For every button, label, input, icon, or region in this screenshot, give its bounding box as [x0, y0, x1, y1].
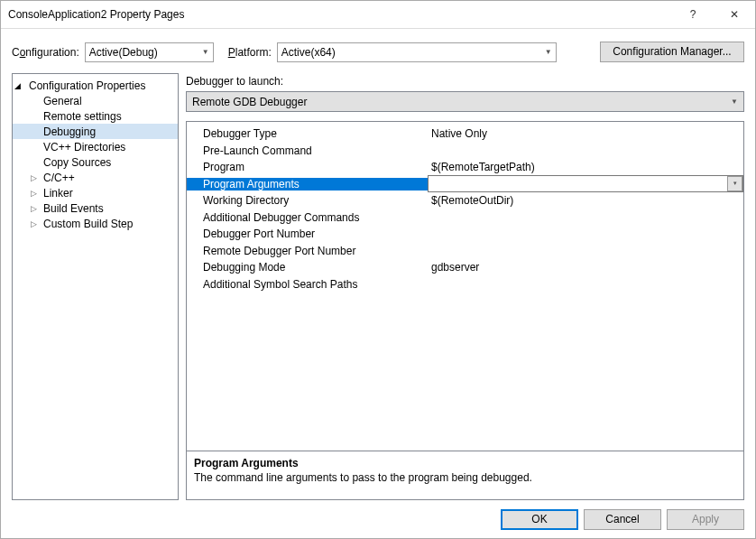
- dialog-footer: OK Cancel Apply: [1, 500, 755, 539]
- tree-item-custom-build-step[interactable]: ▷Custom Build Step: [13, 216, 178, 231]
- property-name: Working Directory: [187, 194, 428, 207]
- platform-combo[interactable]: Active(x64) ▼: [277, 42, 557, 62]
- property-value[interactable]: Native Only: [428, 127, 743, 140]
- property-name: Program Arguments: [187, 178, 428, 191]
- property-row[interactable]: Program Arguments▾: [187, 176, 743, 193]
- property-row[interactable]: Program$(RemoteTargetPath): [187, 159, 743, 176]
- tree-item-copy-sources[interactable]: Copy Sources: [13, 154, 178, 170]
- help-button[interactable]: ?: [672, 1, 714, 28]
- tree-item-build-events[interactable]: ▷Build Events: [13, 200, 178, 216]
- category-tree[interactable]: ◢ Configuration Properties GeneralRemote…: [12, 73, 179, 500]
- tree-item-label: C/C++: [43, 172, 75, 184]
- platform-label: Platform:: [228, 46, 272, 59]
- property-name: Pre-Launch Command: [187, 144, 428, 157]
- tree-item-debugging[interactable]: Debugging: [13, 124, 178, 139]
- tree-item-label: General: [43, 95, 82, 107]
- debugger-launch-combo[interactable]: Remote GDB Debugger ▼: [186, 91, 744, 112]
- tree-item-label: Debugging: [43, 125, 96, 138]
- configuration-value: Active(Debug): [89, 46, 158, 59]
- debugger-launch-label: Debugger to launch:: [186, 73, 744, 91]
- tree-item-label: Copy Sources: [43, 156, 111, 169]
- property-row[interactable]: Additional Debugger Commands: [187, 209, 743, 227]
- property-name: Program: [187, 161, 428, 173]
- property-row[interactable]: Additional Symbol Search Paths: [187, 276, 743, 293]
- tree-root[interactable]: ◢ Configuration Properties: [13, 78, 178, 93]
- property-row[interactable]: Working Directory$(RemoteOutDir): [187, 192, 743, 209]
- configuration-combo[interactable]: Active(Debug) ▼: [85, 42, 214, 62]
- apply-button: Apply: [667, 509, 744, 530]
- chevron-down-icon: ▼: [545, 48, 552, 56]
- property-name: Debugging Mode: [187, 261, 428, 274]
- property-name: Additional Symbol Search Paths: [187, 278, 428, 291]
- property-row[interactable]: Remote Debugger Port Number: [187, 243, 743, 260]
- property-dropdown-icon[interactable]: ▾: [727, 176, 742, 191]
- debugger-launch-value: Remote GDB Debugger: [192, 96, 307, 108]
- property-row[interactable]: Debugging Modegdbserver: [187, 259, 743, 276]
- tree-item-label: Build Events: [43, 202, 104, 215]
- chevron-down-icon: ▼: [202, 48, 209, 56]
- property-row[interactable]: Pre-Launch Command: [187, 143, 743, 160]
- property-name: Debugger Port Number: [187, 228, 428, 240]
- window-title: ConsoleApplication2 Property Pages: [8, 8, 672, 21]
- platform-value: Active(x64): [281, 46, 336, 59]
- description-panel: Program Arguments The command line argum…: [186, 451, 744, 500]
- tree-expand-icon[interactable]: ▷: [31, 219, 41, 228]
- property-name: Remote Debugger Port Number: [187, 245, 428, 257]
- tree-item-label: Linker: [43, 187, 73, 200]
- tree-item-c-c-[interactable]: ▷C/C++: [13, 170, 178, 185]
- property-row[interactable]: Debugger TypeNative Only: [187, 125, 743, 143]
- titlebar: ConsoleApplication2 Property Pages ? ✕: [1, 1, 755, 29]
- tree-item-general[interactable]: General: [13, 93, 178, 108]
- property-grid[interactable]: Debugger TypeNative OnlyPre-Launch Comma…: [186, 121, 744, 451]
- tree-item-remote-settings[interactable]: Remote settings: [13, 108, 178, 124]
- property-value[interactable]: ▾: [428, 175, 743, 192]
- property-name: Additional Debugger Commands: [187, 211, 428, 224]
- property-value[interactable]: gdbserver: [428, 261, 743, 274]
- cancel-button[interactable]: Cancel: [584, 509, 661, 530]
- tree-item-label: Remote settings: [43, 110, 122, 123]
- ok-button[interactable]: OK: [501, 509, 578, 530]
- tree-expand-icon[interactable]: ▷: [31, 204, 41, 213]
- tree-item-linker[interactable]: ▷Linker: [13, 185, 178, 200]
- configuration-manager-button[interactable]: Configuration Manager...: [600, 42, 744, 62]
- chevron-down-icon: ▼: [731, 98, 738, 106]
- property-name: Debugger Type: [187, 127, 428, 140]
- tree-item-label: VC++ Directories: [43, 141, 125, 153]
- tree-expand-icon[interactable]: ▷: [31, 173, 41, 182]
- property-row[interactable]: Debugger Port Number: [187, 226, 743, 243]
- property-value[interactable]: $(RemoteOutDir): [428, 194, 743, 207]
- tree-item-vc-directories[interactable]: VC++ Directories: [13, 139, 178, 154]
- configuration-bar: Configuration: Active(Debug) ▼ Platform:…: [1, 29, 755, 70]
- description-text: The command line arguments to pass to th…: [194, 471, 736, 484]
- tree-expand-icon[interactable]: ▷: [31, 189, 41, 198]
- tree-collapse-icon[interactable]: ◢: [14, 81, 25, 90]
- configuration-label: Configuration:: [12, 46, 79, 59]
- tree-root-label: Configuration Properties: [25, 79, 145, 92]
- close-button[interactable]: ✕: [714, 1, 755, 28]
- property-value[interactable]: $(RemoteTargetPath): [428, 161, 743, 173]
- description-title: Program Arguments: [194, 457, 736, 469]
- tree-item-label: Custom Build Step: [43, 218, 133, 230]
